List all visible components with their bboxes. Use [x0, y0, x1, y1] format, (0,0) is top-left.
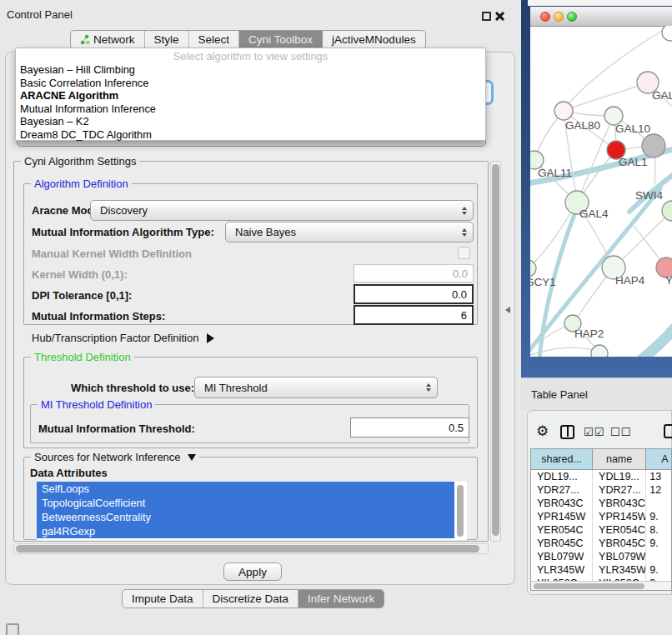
algorithm-option[interactable]: Bayesian – K2: [20, 115, 481, 128]
close-icon[interactable]: [494, 11, 505, 22]
deselect-checkboxes-icon[interactable]: ☐☐: [610, 427, 631, 438]
tab-select[interactable]: Select: [189, 31, 240, 48]
table-row[interactable]: YBL079WYBL079W: [531, 550, 671, 563]
mi-steps-field[interactable]: 6: [354, 305, 474, 325]
network-node-gal80[interactable]: [554, 102, 573, 120]
gear-icon[interactable]: ⚙: [536, 424, 549, 438]
attribute-list-item[interactable]: BetweennessCentrality: [37, 510, 454, 524]
expander-right-icon: [207, 333, 214, 343]
aracne-mode-combo[interactable]: Discovery: [90, 200, 474, 221]
sources-group-title: Sources for Network Inference: [31, 451, 199, 463]
algorithm-popup-list: Bayesian – Hill ClimbingBasic Correlatio…: [20, 63, 481, 142]
tab-impute-data[interactable]: Impute Data: [123, 590, 203, 608]
minimized-panel-icon[interactable]: [6, 623, 19, 635]
algorithm-option[interactable]: Dream8 DC_TDC Algorithm: [20, 128, 481, 142]
table-row[interactable]: YBR043CYBR043C: [531, 497, 671, 510]
network-node-label: GCY1: [530, 276, 556, 288]
algorithm-option[interactable]: Basic Correlation Inference: [20, 77, 481, 90]
tab-discretize-data[interactable]: Discretize Data: [203, 590, 299, 608]
table-row[interactable]: YPR145WYPR145W9.: [531, 510, 671, 523]
column-header-shared-name[interactable]: shared...: [531, 449, 593, 469]
mi-type-label: Mutual Information Algorithm Type:: [32, 226, 214, 238]
tab-label: jActiveMNodules: [332, 33, 416, 46]
table-cell: 12: [646, 483, 671, 497]
table-cell: YDR27...: [531, 483, 593, 497]
table-cell: YBR045C: [531, 537, 593, 550]
cyni-bottom-tabbar: Impute Data Discretize Data Infer Networ…: [122, 589, 384, 608]
select-all-checkboxes-icon[interactable]: ☑☑: [584, 427, 604, 438]
close-traffic-light-icon[interactable]: [540, 12, 550, 22]
table-row[interactable]: YER054CYER054C8.: [531, 523, 671, 537]
control-panel-title: Control Panel: [7, 8, 73, 21]
hub-definition-expander[interactable]: Hub/Transcription Factor Definition: [32, 332, 214, 344]
attribute-list-item[interactable]: gal4RGexp: [37, 524, 454, 538]
attributes-list-scrollbar[interactable]: [457, 485, 464, 537]
settings-vertical-thumb[interactable]: [492, 164, 499, 536]
algorithm-option[interactable]: Mutual Information Inference: [20, 102, 481, 116]
tab-infer-network[interactable]: Infer Network: [298, 590, 384, 608]
column-header-name[interactable]: name: [593, 449, 646, 469]
network-node-gcy1[interactable]: [530, 260, 536, 277]
table-row[interactable]: YLR345WYLR345W9.: [531, 563, 671, 577]
manual-kernel-checkbox[interactable]: [458, 247, 470, 259]
column-header-clipped[interactable]: A: [646, 449, 671, 469]
table-panel-header: Table Panel: [521, 378, 672, 410]
application-window: Control Panel Network Style Select Cyni …: [0, 0, 672, 635]
settings-horizontal-thumb[interactable]: [16, 545, 479, 552]
apply-button[interactable]: Apply: [223, 562, 282, 581]
collapse-down-icon[interactable]: [188, 454, 196, 461]
tab-cyni-toolbox[interactable]: Cyni Toolbox: [239, 31, 323, 48]
table-cell: 9.: [646, 510, 671, 523]
table-cell: YDL19...: [593, 470, 646, 483]
network-window-titlebar[interactable]: [530, 7, 672, 27]
attribute-list-item[interactable]: TopologicalCoefficient: [37, 496, 454, 510]
network-node-label: GAL10: [615, 122, 650, 135]
network-node[interactable]: [642, 134, 665, 158]
dpi-tolerance-field[interactable]: 0.0: [354, 284, 474, 304]
tab-network[interactable]: Network: [71, 31, 145, 48]
algorithm-dropdown-popup: Select algorithm to view settings Bayesi…: [15, 48, 486, 141]
mi-threshold-field[interactable]: 0.5: [350, 418, 469, 438]
table-cell: YBL079W: [593, 550, 646, 563]
tab-style[interactable]: Style: [145, 31, 189, 48]
network-edge: [641, 328, 672, 357]
table-cell: 13: [646, 470, 671, 483]
network-node[interactable]: [662, 26, 672, 41]
settings-group-title: Cyni Algorithm Settings: [21, 155, 139, 168]
table-row[interactable]: YDR27...YDR27...12: [531, 483, 671, 497]
network-tab-icon: [80, 34, 90, 45]
table-cell: 9.: [646, 537, 671, 550]
minimize-traffic-light-icon[interactable]: [554, 12, 564, 22]
columns-icon[interactable]: [560, 425, 574, 439]
tab-jactivemnodules[interactable]: jActiveMNodules: [323, 31, 425, 48]
attribute-table: shared... name A YDL19...YDL19...13YDR27…: [530, 448, 672, 591]
network-canvas[interactable]: GALGAL80GAL10GAL1GAL11GAL4SWI4GCY1HAP4YH…: [530, 26, 672, 357]
table-cell: YDL19...: [531, 470, 593, 483]
table-row[interactable]: YBR045CYBR045C9.: [531, 537, 671, 550]
settings-horizontal-scrollbar[interactable]: [13, 543, 489, 554]
table-cell: YBR045C: [593, 537, 646, 550]
tab-label: Style: [154, 33, 179, 46]
algorithm-option[interactable]: Bayesian – Hill Climbing: [20, 63, 481, 77]
panel-divider-collapse-icon[interactable]: [505, 307, 510, 313]
mi-threshold-group-title: MI Threshold Definition: [38, 398, 155, 411]
zoom-traffic-light-icon[interactable]: [567, 12, 577, 22]
table-horizontal-scrollbar[interactable]: [531, 581, 671, 590]
network-node-label: GAL1: [619, 156, 648, 168]
which-threshold-label: Which threshold to use:: [71, 382, 194, 394]
float-window-icon[interactable]: [482, 12, 491, 21]
network-node-swi4[interactable]: [662, 201, 672, 221]
mi-type-combo[interactable]: Naive Bayes: [225, 222, 474, 242]
table-row[interactable]: YDL19...YDL19...13: [531, 470, 671, 483]
attribute-list-item[interactable]: SelfLoops: [37, 482, 454, 496]
table-horizontal-thumb[interactable]: [534, 583, 644, 589]
algorithm-option[interactable]: ARACNE Algorithm: [20, 89, 481, 102]
algorithm-placeholder: Select algorithm to view settings: [16, 50, 485, 62]
kernel-width-field[interactable]: 0.0: [354, 264, 474, 282]
network-node[interactable]: [591, 345, 608, 357]
settings-vertical-scrollbar[interactable]: [490, 161, 501, 542]
partial-toolbar-icon[interactable]: [664, 424, 672, 438]
which-threshold-combo[interactable]: MI Threshold: [194, 377, 438, 398]
threshold-definition-title: Threshold Definition: [31, 351, 134, 363]
control-panel-tabbar: Network Style Select Cyni Toolbox jActiv…: [70, 30, 426, 49]
